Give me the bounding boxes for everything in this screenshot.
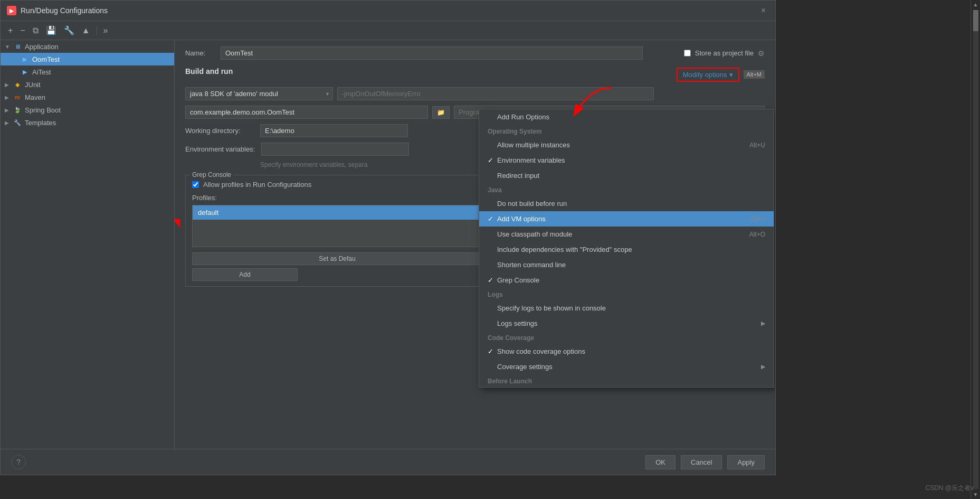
scroll-up-button[interactable]: ▲ <box>972 0 980 9</box>
maven-icon: m <box>13 93 22 101</box>
save-config-button[interactable]: 💾 <box>44 24 59 36</box>
build-run-header: Build and run Modify options ▾ Alt+M <box>185 67 765 82</box>
junit-icon: ◆ <box>13 80 22 89</box>
menu-item-coverage-settings[interactable]: Coverage settings ▶ <box>479 359 774 374</box>
menu-item-env-variables[interactable]: ✓Environment variables <box>479 153 774 168</box>
red-arrow-2 <box>175 188 180 232</box>
menu-item-redirect-input[interactable]: Redirect input <box>479 168 774 183</box>
sidebar-item-aitest[interactable]: ▶ AiTest <box>1 65 174 78</box>
main-content: ▼ 🖥 Application ▶ OomTest ▶ AiTest ▶ ◆ J… <box>1 40 775 449</box>
sidebar-item-springboot[interactable]: ▶ 🍃 Spring Boot <box>1 103 174 116</box>
java-sdk-dropdown[interactable]: java 8 SDK of 'ademo' modul <box>185 87 333 100</box>
dialog-title: Run/Debug Configurations <box>21 6 108 15</box>
store-checkbox-label: Store as project file <box>695 49 754 57</box>
working-dir-input[interactable] <box>260 124 408 137</box>
bottom-bar: ? OK Cancel Apply <box>1 449 775 475</box>
sidebar-item-application[interactable]: ▼ 🖥 Application <box>1 40 174 53</box>
add-profile-button[interactable]: Add <box>192 268 298 281</box>
main-class-browse-button[interactable]: 📁 <box>432 106 450 119</box>
settings-config-button[interactable]: 🔧 <box>62 24 77 36</box>
maven-label: Maven <box>25 93 45 101</box>
right-panel: Name: Store as project file ⚙ Build and … <box>175 40 775 449</box>
name-input[interactable] <box>221 46 643 60</box>
expand-arrow-springboot: ▶ <box>5 107 10 113</box>
modify-options-button[interactable]: Modify options ▾ <box>677 68 739 82</box>
move-up-button[interactable]: ▲ <box>80 25 92 36</box>
vm-options-input[interactable] <box>337 87 654 100</box>
close-button[interactable]: × <box>758 5 769 16</box>
menu-item-logs-settings[interactable]: Logs settings ▶ <box>479 316 774 331</box>
ok-button[interactable]: OK <box>645 455 675 469</box>
menu-item-use-classpath[interactable]: Use classpath of module Alt+O <box>479 227 774 242</box>
menu-section-java: Java <box>479 183 774 196</box>
aitest-label: AiTest <box>32 68 51 76</box>
menu-item-grep-console[interactable]: ✓Grep Console <box>479 272 774 288</box>
menu-section-logs: Logs <box>479 288 774 300</box>
toolbar: + − ⧉ 💾 🔧 ▲ » <box>1 21 775 40</box>
allow-profiles-label: Allow profiles in Run Configurations <box>203 181 311 189</box>
apply-button[interactable]: Apply <box>727 455 765 469</box>
name-label: Name: <box>185 49 214 57</box>
store-checkbox-row: Store as project file ⚙ <box>684 49 765 58</box>
menu-item-do-not-build[interactable]: Do not build before run <box>479 196 774 211</box>
menu-item-specify-logs[interactable]: Specify logs to be shown in console <box>479 300 774 316</box>
toolbar-separator <box>97 26 97 35</box>
springboot-icon: 🍃 <box>13 106 22 114</box>
menu-section-before-launch: Before Launch <box>479 374 774 387</box>
working-dir-label: Working directory: <box>185 127 254 135</box>
modify-options-area: Modify options ▾ Alt+M <box>677 68 765 82</box>
arrow-svg-2 <box>175 188 180 230</box>
title-bar: ▶ Run/Debug Configurations × <box>1 1 775 21</box>
application-label: Application <box>25 43 59 51</box>
oomtest-run-icon: ▶ <box>21 55 29 63</box>
menu-section-os: Operating System <box>479 125 774 137</box>
menu-item-include-deps[interactable]: Include dependencies with "Provided" sco… <box>479 242 774 257</box>
templates-label: Templates <box>25 119 56 127</box>
allow-profiles-checkbox[interactable] <box>192 181 199 188</box>
expand-arrow-application: ▼ <box>5 44 10 50</box>
sidebar-tree: ▼ 🖥 Application ▶ OomTest ▶ AiTest ▶ ◆ J… <box>1 40 175 449</box>
scrollbar-track[interactable] <box>973 10 978 489</box>
add-config-button[interactable]: + <box>6 25 15 36</box>
application-icon: 🖥 <box>13 42 22 51</box>
modify-options-dropdown: Add Run Options Operating System Allow m… <box>479 109 774 388</box>
menu-item-add-vm-options[interactable]: ✓Add VM options Alt+V <box>479 211 774 227</box>
sidebar-item-junit[interactable]: ▶ ◆ JUnit <box>1 78 174 91</box>
copy-config-button[interactable]: ⧉ <box>31 25 41 36</box>
menu-item-allow-multiple[interactable]: Allow multiple instances Alt+U <box>479 137 774 153</box>
store-checkbox[interactable] <box>684 50 691 57</box>
expand-arrow-junit: ▶ <box>5 82 10 88</box>
menu-item-show-coverage[interactable]: ✓Show code coverage options <box>479 344 774 359</box>
java-sdk-row: java 8 SDK of 'ademo' modul <box>185 87 765 100</box>
main-class-input[interactable] <box>185 106 428 119</box>
env-vars-input[interactable] <box>261 143 409 156</box>
build-run-title: Build and run <box>185 67 233 76</box>
modify-options-shortcut: Alt+M <box>744 70 765 79</box>
sidebar-item-maven[interactable]: ▶ m Maven <box>1 91 174 103</box>
gear-icon[interactable]: ⚙ <box>758 49 765 58</box>
expand-arrow-maven: ▶ <box>5 95 10 100</box>
help-button[interactable]: ? <box>11 455 26 469</box>
oomtest-label: OomTest <box>32 55 60 63</box>
menu-section-coverage: Code Coverage <box>479 331 774 344</box>
expand-arrow-templates: ▶ <box>5 120 10 126</box>
more-button[interactable]: » <box>101 25 110 36</box>
name-row: Name: Store as project file ⚙ <box>185 46 765 60</box>
java-sdk-dropdown-wrapper: java 8 SDK of 'ademo' modul <box>185 87 333 100</box>
title-bar-left: ▶ Run/Debug Configurations <box>7 6 108 15</box>
scrollbar-thumb[interactable] <box>973 10 978 31</box>
remove-config-button[interactable]: − <box>18 25 27 36</box>
cancel-button[interactable]: Cancel <box>681 455 722 469</box>
right-scrollbar: ▲ ▼ <box>971 0 980 499</box>
env-vars-label: Environment variables: <box>185 145 255 153</box>
menu-item-shorten-cmd[interactable]: Shorten command line <box>479 257 774 272</box>
springboot-label: Spring Boot <box>25 106 61 114</box>
templates-icon: 🔧 <box>13 118 22 127</box>
menu-item-add-run-options[interactable]: Add Run Options <box>479 109 774 125</box>
set-default-button[interactable]: Set as Defau <box>192 252 482 265</box>
watermark: CSDN @乐之者v <box>925 484 974 493</box>
sidebar-item-oomtest[interactable]: ▶ OomTest <box>1 53 174 65</box>
run-debug-dialog: ▶ Run/Debug Configurations × + − ⧉ 💾 🔧 ▲… <box>0 0 776 475</box>
sidebar-item-templates[interactable]: ▶ 🔧 Templates <box>1 116 174 129</box>
app-icon: ▶ <box>7 6 16 15</box>
